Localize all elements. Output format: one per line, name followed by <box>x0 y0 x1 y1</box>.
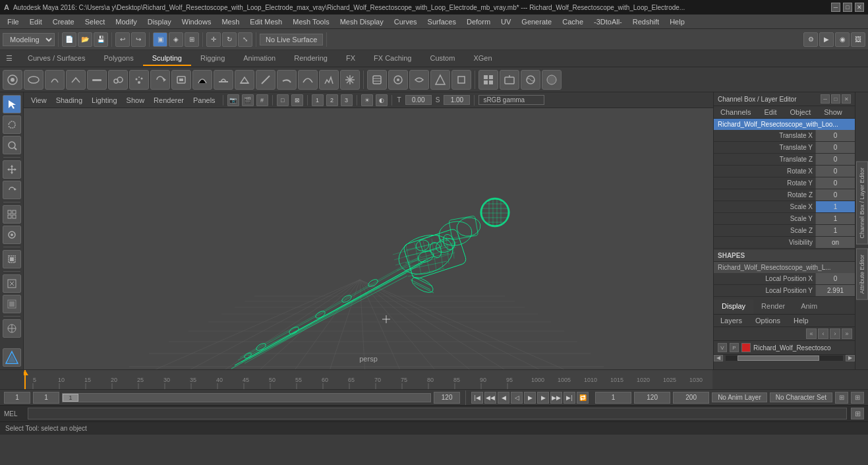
sculpt-knife-btn[interactable] <box>256 70 275 90</box>
menu-deform[interactable]: Deform <box>462 16 495 27</box>
cb-menu-edit[interactable]: Edit <box>757 106 783 118</box>
gamma-display[interactable]: sRGB gamma <box>478 95 544 105</box>
menu-edit[interactable]: Edit <box>25 16 47 27</box>
menu-redshift[interactable]: Redshift <box>628 16 664 27</box>
tab-xgen[interactable]: XGen <box>464 51 501 66</box>
render-region-button[interactable] <box>3 295 21 313</box>
cb-minimize-btn[interactable]: ─ <box>821 94 830 104</box>
horizontal-scrollbar[interactable]: ◀ ▶ <box>714 354 855 361</box>
vp-menu-lighting[interactable]: Lighting <box>88 95 121 106</box>
rotate-tool-button[interactable]: ↻ <box>222 32 237 47</box>
menu-edit-mesh[interactable]: Edit Mesh <box>245 16 287 27</box>
menu-create[interactable]: Create <box>48 16 79 27</box>
open-file-button[interactable]: 📂 <box>78 32 92 47</box>
range-end-input[interactable] <box>634 392 670 404</box>
dra-nav-next2-btn[interactable]: » <box>842 328 852 339</box>
menu-curves[interactable]: Curves <box>390 16 422 27</box>
char-set-icon-btn[interactable]: ⊞ <box>851 392 864 404</box>
translate-x-value[interactable]: 0 <box>815 130 855 141</box>
scale-y-value[interactable]: 1 <box>815 213 855 224</box>
anim-layer-icon-btn[interactable]: ⊞ <box>835 392 848 404</box>
rotate-tool-left-button[interactable] <box>3 181 21 199</box>
maximize-button[interactable]: □ <box>843 3 852 12</box>
vp-shadow-btn[interactable]: ◐ <box>376 94 388 106</box>
sculpt-pinch-btn[interactable] <box>66 70 86 90</box>
cb-menu-channels[interactable]: Channels <box>714 106 757 118</box>
visibility-value[interactable]: on <box>815 237 855 248</box>
menu-mesh-tools[interactable]: Mesh Tools <box>288 16 333 27</box>
sculpt-spray-btn[interactable] <box>129 70 149 90</box>
ipr-button[interactable]: ◉ <box>835 32 850 47</box>
transport-next-frame-btn[interactable]: ▶ <box>537 392 549 404</box>
select-tool-button[interactable] <box>3 95 21 113</box>
menu-mesh-display[interactable]: Mesh Display <box>335 16 388 27</box>
menu-select[interactable]: Select <box>80 16 110 27</box>
sculpt-settings5-btn[interactable] <box>451 70 471 90</box>
transport-prev-frame-btn[interactable]: ◀ <box>498 392 509 404</box>
dra-tab-display[interactable]: Display <box>714 299 753 314</box>
select-component-button[interactable]: ◈ <box>169 32 183 47</box>
dra-nav-prev-btn[interactable]: ‹ <box>818 328 828 339</box>
tab-menu-button[interactable]: ☰ <box>3 52 16 65</box>
vp-menu-panels[interactable]: Panels <box>190 95 219 106</box>
menu-3dtoa[interactable]: -3DtoAll- <box>589 16 627 27</box>
move-tool-button[interactable]: ✛ <box>206 32 221 47</box>
sculpt-display-btn[interactable] <box>500 70 519 90</box>
rotate-x-value[interactable]: 0 <box>815 166 855 177</box>
paint-select-button[interactable] <box>3 136 21 154</box>
sculpt-smooth-btn[interactable] <box>24 70 43 90</box>
menu-help[interactable]: Help <box>665 16 689 27</box>
dra-nav-next-btn[interactable]: › <box>830 328 840 339</box>
xray-button[interactable] <box>3 348 21 367</box>
vp-smooth1-btn[interactable]: 1 <box>312 94 324 106</box>
menu-surfaces[interactable]: Surfaces <box>423 16 461 27</box>
render-view-button[interactable]: 🖼 <box>851 32 865 47</box>
close-button[interactable]: ✕ <box>855 3 864 12</box>
menu-file[interactable]: File <box>3 16 24 27</box>
sculpt-grid-btn[interactable] <box>478 70 498 90</box>
tab-curves-surfaces[interactable]: Curves / Surfaces <box>18 51 94 66</box>
sculpt-smear-btn[interactable] <box>277 70 297 90</box>
dra-menu-help[interactable]: Help <box>787 315 815 326</box>
local-pos-y-value[interactable]: 2.991 <box>815 285 855 296</box>
sculpt-bulge-btn[interactable] <box>298 70 318 90</box>
minimize-button[interactable]: ─ <box>831 3 840 12</box>
frame-slider[interactable]: 1 <box>62 393 431 402</box>
snap-to-grid-button[interactable] <box>3 205 21 224</box>
scale-x-value[interactable]: 1 <box>815 201 855 212</box>
rotate-z-value[interactable]: 0 <box>815 189 855 201</box>
sculpt-amplify-btn[interactable] <box>319 70 339 90</box>
range-max-input[interactable] <box>673 392 709 404</box>
sculpt-solid-btn[interactable] <box>542 70 562 90</box>
vp-smooth3-btn[interactable]: 3 <box>341 94 353 106</box>
sculpt-settings3-btn[interactable] <box>409 70 429 90</box>
rotate-y-value[interactable]: 0 <box>815 177 855 189</box>
save-file-button[interactable]: 💾 <box>94 32 108 47</box>
transport-prev-key-btn[interactable]: ◀◀ <box>484 392 496 404</box>
layer-playback-btn[interactable]: P <box>730 343 739 352</box>
dra-tab-render[interactable]: Render <box>753 299 793 314</box>
frame-indicator[interactable]: 1 <box>63 394 78 402</box>
sculpt-flatten-btn[interactable] <box>87 70 107 90</box>
transport-play-btn[interactable]: ▶ <box>524 392 536 404</box>
transport-loop-btn[interactable]: 🔁 <box>577 392 589 404</box>
local-pos-x-value[interactable]: 0 <box>815 273 855 284</box>
tab-fx-caching[interactable]: FX Caching <box>364 51 420 66</box>
isolate-select-button[interactable] <box>3 250 21 268</box>
sculpt-wire-btn[interactable] <box>521 70 540 90</box>
menu-uv[interactable]: UV <box>496 16 515 27</box>
char-set-display[interactable]: No Character Set <box>770 392 832 402</box>
tab-custom[interactable]: Custom <box>421 51 465 66</box>
menu-mesh[interactable]: Mesh <box>217 16 244 27</box>
sculpt-grab-btn[interactable] <box>45 70 65 90</box>
move-tool-left-button[interactable] <box>3 160 21 179</box>
transport-start-btn[interactable]: |◀ <box>471 392 483 404</box>
transport-next-key-btn[interactable]: ▶▶ <box>550 392 562 404</box>
no-live-surface-button[interactable]: No Live Surface <box>260 34 323 46</box>
scroll-thumb[interactable] <box>738 356 820 361</box>
menu-generate[interactable]: Generate <box>517 16 556 27</box>
canvas-area[interactable]: X Y Z persp <box>24 108 713 369</box>
frame-end-input[interactable] <box>434 392 460 404</box>
range-start-input[interactable] <box>595 392 631 404</box>
cb-menu-object[interactable]: Object <box>783 106 817 118</box>
